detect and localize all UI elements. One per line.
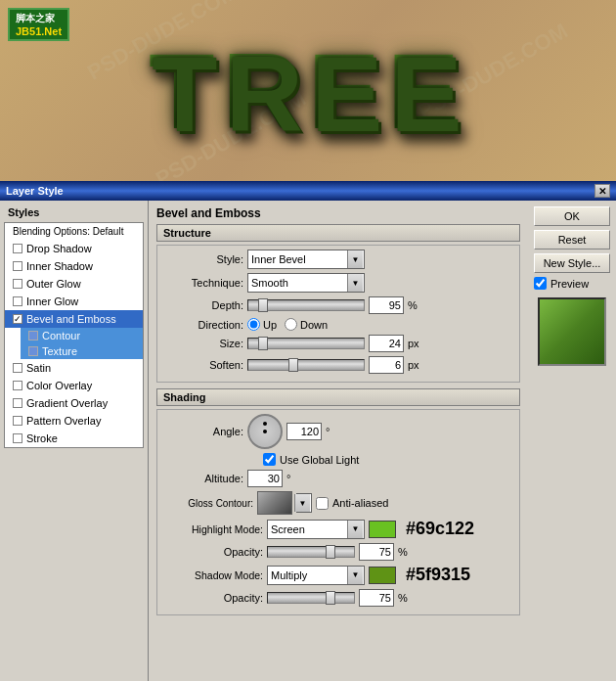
dialog-body: Styles Blending Options: Default Drop Sh… — [0, 201, 616, 681]
structure-header: Structure — [156, 224, 520, 242]
texture-checkbox[interactable] — [28, 346, 38, 356]
gloss-contour-select[interactable] — [296, 493, 312, 513]
style-select[interactable]: Inner Bevel Outer Bevel Emboss Pillow Em… — [247, 250, 365, 269]
soften-input[interactable] — [369, 356, 404, 374]
inner-shadow-checkbox[interactable] — [13, 261, 22, 271]
sidebar-item-stroke[interactable]: Stroke — [5, 430, 143, 447]
sidebar-item-inner-shadow[interactable]: Inner Shadow — [5, 257, 143, 275]
reset-button[interactable]: Reset — [534, 230, 610, 250]
highlight-mode-select[interactable]: Screen Normal Multiply — [267, 520, 365, 539]
structure-content: Style: Inner Bevel Outer Bevel Emboss Pi… — [156, 245, 520, 383]
technique-select[interactable]: Smooth Chisel Hard Chisel Soft — [247, 273, 365, 293]
direction-down-radio[interactable] — [285, 318, 297, 331]
preview-area: 脚本之家 JB51.Net PSD-DUDE.COM PSD-DUDE.COM … — [0, 0, 616, 181]
shadow-color-swatch[interactable] — [369, 567, 396, 584]
outer-glow-checkbox[interactable] — [13, 279, 22, 289]
stroke-checkbox[interactable] — [13, 433, 22, 443]
global-light-checkbox[interactable] — [263, 453, 276, 466]
highlight-opacity-input[interactable] — [359, 543, 394, 561]
shadow-opacity-slider[interactable] — [267, 592, 355, 604]
shadow-hex-label: #5f9315 — [406, 565, 470, 585]
anti-aliased-label: Anti-aliased — [332, 497, 388, 509]
angle-unit: ° — [326, 426, 339, 437]
depth-input[interactable] — [369, 296, 404, 314]
sidebar-item-blending[interactable]: Blending Options: Default — [5, 223, 143, 240]
satin-checkbox[interactable] — [13, 363, 22, 373]
shading-content: Angle: ° Use Global Light — [156, 409, 520, 615]
sidebar-item-bevel-emboss[interactable]: Bevel and Emboss — [5, 310, 143, 328]
layer-style-dialog: Layer Style ✕ Styles Blending Options: D… — [0, 181, 616, 681]
soften-row: Soften: px — [165, 356, 511, 374]
shading-header: Shading — [156, 388, 520, 406]
size-unit: px — [408, 338, 421, 349]
altitude-label: Altitude: — [165, 473, 243, 484]
sidebar-item-drop-shadow[interactable]: Drop Shadow — [5, 240, 143, 257]
gloss-contour-preview[interactable] — [257, 491, 292, 515]
sidebar-item-inner-glow[interactable]: Inner Glow — [5, 293, 143, 310]
new-style-button[interactable]: New Style... — [534, 253, 610, 273]
sidebar-list: Blending Options: Default Drop Shadow In… — [4, 222, 144, 448]
soften-slider-container: px — [247, 356, 421, 374]
pattern-overlay-checkbox[interactable] — [13, 416, 22, 426]
contour-checkbox[interactable] — [28, 331, 38, 340]
highlight-mode-row: Highlight Mode: Screen Normal Multiply ▼… — [165, 519, 511, 539]
dialog-titlebar: Layer Style ✕ — [0, 181, 616, 201]
dialog-title: Layer Style — [6, 185, 594, 197]
shadow-mode-label: Shadow Mode: — [165, 569, 263, 581]
color-overlay-checkbox[interactable] — [13, 381, 22, 390]
sidebar-item-outer-glow[interactable]: Outer Glow — [5, 275, 143, 293]
angle-row: Angle: ° — [165, 414, 511, 449]
bevel-emboss-checkbox[interactable] — [13, 314, 22, 324]
highlight-opacity-label: Opacity: — [165, 546, 263, 558]
technique-row: Technique: Smooth Chisel Hard Chisel Sof… — [165, 273, 511, 293]
size-input[interactable] — [369, 335, 404, 352]
tree-preview-text: TREE — [149, 28, 466, 153]
soften-slider[interactable] — [247, 359, 365, 371]
soften-unit: px — [408, 359, 421, 371]
depth-label: Depth: — [165, 299, 243, 311]
structure-panel: Structure Style: Inner Bevel Outer Bevel… — [156, 224, 520, 383]
depth-slider-container: % — [247, 296, 421, 314]
size-slider[interactable] — [247, 338, 365, 349]
sidebar-item-gradient-overlay[interactable]: Gradient Overlay — [5, 394, 143, 412]
sidebar-item-satin[interactable]: Satin — [5, 359, 143, 377]
direction-down-item: Down — [285, 318, 328, 331]
highlight-color-swatch[interactable] — [369, 521, 396, 538]
gloss-contour-row: Gloss Contour: ▼ Anti-aliased — [165, 491, 511, 515]
sidebar-item-pattern-overlay[interactable]: Pattern Overlay — [5, 412, 143, 430]
altitude-input[interactable] — [247, 470, 283, 487]
logo-box: 脚本之家 JB51.Net — [8, 8, 69, 41]
ok-button[interactable]: OK — [534, 206, 610, 226]
depth-slider[interactable] — [247, 299, 365, 311]
highlight-opacity-unit: % — [398, 546, 412, 558]
shadow-mode-select-wrapper: Multiply Normal Screen ▼ — [267, 566, 365, 585]
sidebar-item-color-overlay[interactable]: Color Overlay — [5, 377, 143, 394]
style-label: Style: — [165, 253, 243, 265]
direction-up-radio[interactable] — [247, 318, 260, 331]
anti-aliased-checkbox[interactable] — [316, 497, 329, 510]
altitude-row: Altitude: ° — [165, 470, 511, 487]
inner-glow-checkbox[interactable] — [13, 296, 22, 306]
sidebar-item-texture[interactable]: Texture — [21, 343, 143, 359]
angle-center — [263, 430, 267, 433]
depth-row: Depth: % — [165, 296, 511, 314]
style-preview-box — [538, 297, 606, 366]
sidebar-item-contour[interactable]: Contour — [21, 328, 143, 343]
size-label: Size: — [165, 338, 243, 349]
direction-up-label: Up — [263, 319, 277, 331]
drop-shadow-checkbox[interactable] — [13, 244, 22, 253]
shadow-mode-select[interactable]: Multiply Normal Screen — [267, 566, 365, 585]
global-light-label: Use Global Light — [280, 454, 359, 466]
shadow-opacity-input[interactable] — [359, 589, 394, 607]
preview-checkbox[interactable] — [534, 277, 547, 290]
angle-input[interactable] — [286, 423, 322, 440]
gradient-overlay-checkbox[interactable] — [13, 398, 22, 408]
dialog-close-button[interactable]: ✕ — [594, 184, 610, 198]
angle-dial[interactable] — [247, 414, 283, 449]
direction-row: Direction: Up Down — [165, 318, 511, 331]
direction-down-label: Down — [300, 319, 328, 331]
highlight-opacity-slider[interactable] — [267, 546, 355, 558]
soften-label: Soften: — [165, 359, 243, 371]
highlight-mode-select-wrapper: Screen Normal Multiply ▼ — [267, 520, 365, 539]
highlight-mode-label: Highlight Mode: — [165, 523, 263, 535]
